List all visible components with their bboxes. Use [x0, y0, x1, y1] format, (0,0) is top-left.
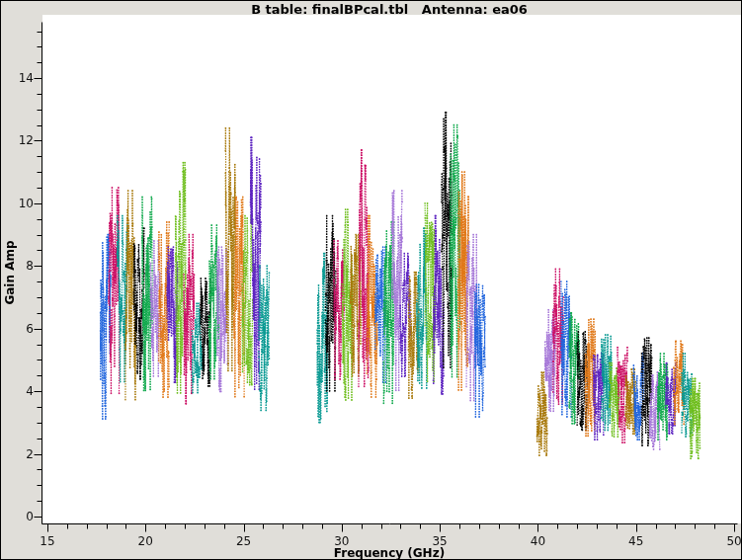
x-tick-label: 30: [322, 534, 362, 548]
y-tick-label: 2: [1, 447, 34, 460]
x-axis-label: Frequency (GHz): [41, 546, 737, 560]
y-tick-label: 8: [1, 259, 34, 272]
plot-window: B table: finalBPcal.tbl Antenna: ea06 Ga…: [0, 0, 742, 560]
x-tick-label: 25: [224, 534, 264, 548]
x-tick-label: 40: [518, 534, 557, 548]
x-tick-label: 45: [617, 534, 656, 548]
plot-canvas: [1, 1, 742, 560]
y-tick-label: 14: [1, 71, 34, 84]
y-tick-label: 0: [1, 510, 34, 522]
y-tick-label: 10: [1, 197, 34, 209]
plot-title: B table: finalBPcal.tbl Antenna: ea06: [41, 2, 737, 17]
x-tick-label: 50: [714, 534, 742, 548]
y-tick-label: 12: [1, 133, 34, 146]
y-axis-label: Gain Amp: [3, 240, 17, 304]
x-tick-label: 15: [28, 534, 67, 548]
y-tick-label: 6: [1, 322, 34, 335]
x-tick-label: 35: [420, 534, 459, 548]
x-tick-label: 20: [125, 534, 165, 548]
y-tick-label: 4: [1, 384, 34, 397]
